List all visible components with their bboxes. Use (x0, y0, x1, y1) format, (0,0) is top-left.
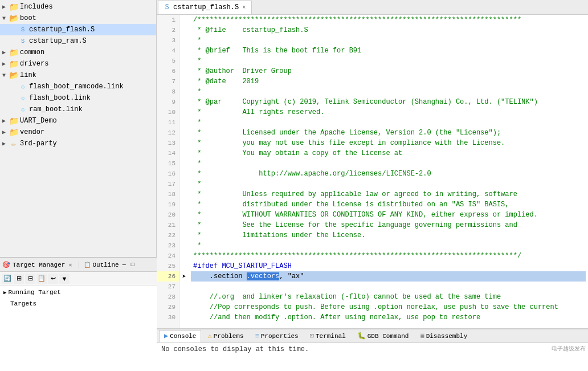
bottom-tab-problems[interactable]: ⚠Problems (202, 330, 248, 343)
tree-item-includes[interactable]: ▶ 📁 Includes (0, 1, 156, 13)
tree-item-flash_boot[interactable]: ⚙ flash_boot.link (0, 92, 156, 104)
tree-icon-boot: 📂 (9, 14, 18, 23)
code-line-14: * You may obtain a copy of the License a… (191, 148, 586, 158)
tree-arrow-vendor: ▶ (2, 129, 9, 136)
line-num-11: 11 (157, 117, 179, 128)
bottom-tab-properties[interactable]: ≡Properties (250, 330, 304, 343)
watermark: 电子越级发布 (549, 344, 588, 354)
arrow-1 (179, 15, 189, 25)
code-line-11: * (191, 117, 586, 128)
arrow-13 (179, 138, 189, 148)
tree-icon-cstartup_ram: S (18, 36, 27, 46)
line-num-17: 17 (157, 179, 179, 189)
bottom-tab-terminal[interactable]: ⊡Terminal (305, 330, 351, 343)
tree-item-cstartup_ram[interactable]: S cstartup_ram.S (0, 35, 156, 47)
line-num-21: 21 (157, 220, 179, 230)
bottom-tab-label-console: Console (170, 333, 196, 340)
bottom-tab-label-properties: Properties (261, 333, 299, 340)
tree-item-3rdparty[interactable]: ▶ ✏ 3rd-party (0, 138, 156, 149)
line-num-22: 22 (157, 230, 179, 240)
toolbar-btn-3[interactable]: ⊟ (25, 274, 35, 284)
bottom-console-content: No consoles to display at this time. (157, 343, 588, 371)
code-line-20: * WITHOUT WARRANTIES OR CONDITIONS OF AN… (191, 210, 586, 220)
tab-bar: S cstartup_flash.S × (157, 0, 588, 15)
target-manager-title: Target Manager (13, 262, 65, 268)
tab-file-icon: S (163, 3, 171, 11)
line-num-23: 23 (157, 240, 179, 251)
tree-label-vendor: vendor (20, 128, 44, 136)
tree-arrow-flash_boot (11, 95, 18, 101)
code-line-24: ****************************************… (191, 251, 586, 261)
target-item-running-target[interactable]: ▶Running Target (2, 287, 154, 298)
line-num-14: 14 (157, 148, 179, 158)
code-line-9: * @par Copyright (c) 2019, Telink Semico… (191, 97, 586, 107)
bottom-tab-gdb[interactable]: 🐛GDB Command (352, 330, 414, 343)
tree-item-vendor[interactable]: ▶ 📁 vendor (0, 127, 156, 138)
code-line-21: * See the License for the specific langu… (191, 220, 586, 230)
code-line-17: * (191, 179, 586, 189)
tree-arrow-cstartup_flash (11, 27, 18, 33)
tree-icon-vendor: 📁 (9, 128, 18, 137)
tree-item-common[interactable]: ▶ 📁 common (0, 47, 156, 58)
tree-arrow-ram_boot (11, 107, 18, 113)
code-editor[interactable]: 1234567891011121314151617181920212223242… (157, 15, 588, 328)
toolbar-btn-2[interactable]: ⊞ (14, 274, 24, 284)
arrow-28 (179, 292, 189, 302)
bottom-tab-label-problems: Problems (214, 333, 244, 340)
tree-item-ram_boot[interactable]: ⚙ ram_boot.link (0, 104, 156, 115)
code-content[interactable]: /***************************************… (189, 15, 588, 328)
line-num-5: 5 (157, 56, 179, 66)
tree-item-link[interactable]: ▼ 📂 link (0, 70, 156, 81)
code-line-10: * All rights reserved. (191, 107, 586, 117)
tree-arrow-uart_demo: ▶ (2, 117, 9, 124)
tree-label-cstartup_ram: cstartup_ram.S (29, 37, 87, 45)
code-line-25: #ifdef MCU_STARTUP_FLASH (191, 261, 586, 271)
code-line-27 (191, 282, 586, 292)
arrow-7 (179, 76, 189, 87)
panel-minimize-icon[interactable]: — (121, 262, 128, 268)
toolbar-btn-4[interactable]: 📋 (36, 274, 47, 284)
tree-item-flash_boot_ramcode[interactable]: ⚙ flash_boot_ramcode.link (0, 81, 156, 92)
outline-label: Outline (92, 262, 119, 268)
tree-icon-cstartup_flash: S (18, 25, 27, 34)
editor-tab-cstartup-flash[interactable]: S cstartup_flash.S × (158, 1, 252, 14)
code-line-3: * (191, 35, 586, 46)
bottom-tab-console[interactable]: ▶Console (159, 330, 201, 343)
code-line-30: //and then modify .option. After using n… (191, 312, 586, 323)
arrow-9 (179, 97, 189, 107)
arrow-25 (179, 261, 189, 271)
toolbar-btn-1[interactable]: 🔄 (2, 274, 13, 284)
tree-arrow-3rdparty: ▶ (2, 140, 9, 147)
tree-item-cstartup_flash[interactable]: S cstartup_flash.S (0, 24, 156, 35)
tree-icon-ram_boot: ⚙ (18, 105, 27, 114)
line-num-9: 9 (157, 97, 179, 107)
line-num-3: 3 (157, 35, 179, 46)
line-num-29: 29 (157, 302, 179, 312)
tree-item-boot[interactable]: ▼ 📂 boot (0, 13, 156, 24)
disassembly-icon: ≣ (420, 332, 424, 340)
tree-icon-flash_boot_ramcode: ⚙ (18, 82, 27, 91)
line-num-16: 16 (157, 169, 179, 179)
tree-arrow-flash_boot_ramcode (11, 84, 18, 90)
panel-maximize-icon[interactable]: □ (129, 262, 136, 268)
tab-close-button[interactable]: × (241, 5, 247, 11)
arrow-2 (179, 25, 189, 35)
toolbar-btn-6[interactable]: ▼ (59, 274, 70, 284)
arrow-3 (179, 35, 189, 46)
tree-arrow-drivers: ▶ (2, 60, 9, 67)
arrow-21 (179, 220, 189, 230)
target-label: Running Target (8, 289, 60, 296)
bottom-tab-label-terminal: Terminal (316, 333, 346, 340)
tree-label-common: common (20, 48, 44, 56)
line-num-26: 26 (157, 271, 179, 282)
tree-icon-common: 📁 (9, 48, 18, 57)
code-line-7: * @date 2019 (191, 76, 586, 87)
target-item-targets[interactable]: Targets (2, 298, 154, 309)
toolbar-btn-5[interactable]: ↩ (48, 274, 58, 284)
tree-label-boot: boot (20, 14, 36, 22)
tree-item-uart_demo[interactable]: ▶ 📁 UART_Demo (0, 115, 156, 127)
bottom-panel: ▶Console⚠Problems≡Properties⊡Terminal🐛GD… (157, 328, 588, 371)
bottom-tab-disassembly[interactable]: ≣Disassembly (415, 330, 472, 343)
tree-item-drivers[interactable]: ▶ 📁 drivers (0, 58, 156, 70)
line-num-7: 7 (157, 76, 179, 87)
